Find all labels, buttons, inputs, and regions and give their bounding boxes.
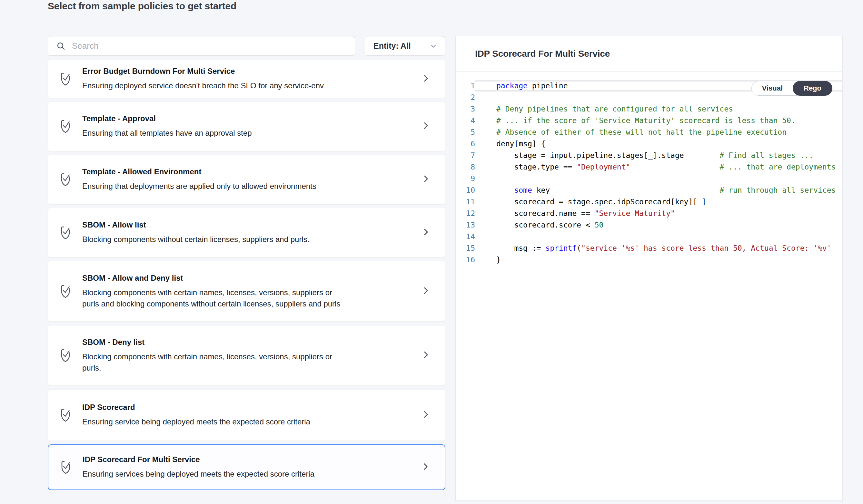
chevron-right-icon <box>421 121 430 131</box>
code-content: scorecard.score < 50 <box>475 219 842 231</box>
line-number: 10 <box>456 184 475 196</box>
chevron-right-icon <box>421 410 430 420</box>
chevron-down-icon <box>429 41 438 51</box>
chevron-right-icon <box>421 462 430 473</box>
code-line: 4 # ... if the score of 'Service Maturit… <box>456 115 842 126</box>
code-line: 16 } <box>456 254 842 266</box>
shield-check-icon <box>59 348 72 363</box>
shield-check-icon <box>59 460 72 475</box>
code-content: deny[msg] { <box>475 138 842 150</box>
policy-toolbar: Entity: All <box>48 36 445 56</box>
policy-title: Template - Allowed Environment <box>82 167 421 176</box>
code-content <box>475 173 842 184</box>
line-number: 13 <box>456 219 475 231</box>
policy-description: Blocking components with certain names, … <box>82 287 350 309</box>
search-box[interactable] <box>48 36 355 56</box>
line-number: 1 <box>456 80 475 91</box>
code-line: 11 scorecard = stage.spec.idpScorecard[k… <box>456 196 842 208</box>
policy-title: SBOM - Allow and Deny list <box>82 274 421 283</box>
code-content: stage.type == "Deployment" # ... that ar… <box>475 161 842 173</box>
policy-card[interactable]: SBOM - Allow and Deny list Blocking comp… <box>48 261 445 322</box>
page-title: Select from sample policies to get start… <box>48 0 236 12</box>
rego-code-viewer[interactable]: 1 package pipeline 2 3 # Deny pipelines … <box>456 72 842 500</box>
policy-card[interactable]: Error Budget Burndown For Multi Service … <box>48 60 445 98</box>
code-line: 10 some key # run through all services <box>456 184 842 196</box>
policy-title: SBOM - Allow list <box>82 220 421 230</box>
policy-card[interactable]: SBOM - Allow list Blocking components wi… <box>48 208 445 258</box>
policy-description: Ensuring that deployments are applied on… <box>82 180 350 192</box>
code-line: 8 stage.type == "Deployment" # ... that … <box>456 161 842 173</box>
policy-description: Ensuring that all templates have an appr… <box>82 127 350 139</box>
line-number: 11 <box>456 196 475 208</box>
code-line: 12 scorecard.name == "Service Maturity" <box>456 208 842 219</box>
policy-title: Error Budget Burndown For Multi Service <box>82 67 421 76</box>
policy-detail-panel: IDP Scorecard For Multi Service 1 packag… <box>455 36 843 501</box>
code-content: # Absence of either of these will not ha… <box>475 126 842 138</box>
line-number: 12 <box>456 208 475 219</box>
policy-description: Blocking components with certain names, … <box>82 351 350 374</box>
detail-header: IDP Scorecard For Multi Service <box>456 36 842 72</box>
detail-title: IDP Scorecard For Multi Service <box>475 49 610 59</box>
code-content <box>475 231 842 242</box>
line-number: 7 <box>456 150 475 161</box>
toggle-visual-button[interactable]: Visual <box>752 81 793 95</box>
shield-check-icon <box>59 71 72 87</box>
policy-card-text: IDP Scorecard Ensuring service being dep… <box>82 403 421 427</box>
line-number: 16 <box>456 254 475 266</box>
shield-check-icon <box>59 225 72 241</box>
line-number: 6 <box>456 138 475 150</box>
code-content: msg := sprintf("service '%s' has score l… <box>475 242 842 254</box>
line-number: 8 <box>456 161 475 173</box>
policy-title: IDP Scorecard For Multi Service <box>83 455 421 464</box>
entity-filter-label: Entity: All <box>373 41 411 51</box>
policy-card-text: SBOM - Allow and Deny list Blocking comp… <box>82 274 421 309</box>
entity-filter-dropdown[interactable]: Entity: All <box>364 36 445 56</box>
policy-card[interactable]: IDP Scorecard Ensuring service being dep… <box>48 389 445 441</box>
policy-title: IDP Scorecard <box>82 403 421 412</box>
chevron-right-icon <box>421 175 430 185</box>
policy-card-text: SBOM - Allow list Blocking components wi… <box>82 220 421 245</box>
chevron-right-icon <box>421 350 430 361</box>
policy-description: Ensuring service being deployed meets th… <box>82 416 350 427</box>
search-input[interactable] <box>72 41 355 51</box>
policy-card[interactable]: Template - Allowed Environment Ensuring … <box>48 155 445 204</box>
code-line: 14 <box>456 231 842 242</box>
shield-check-icon <box>59 119 72 134</box>
line-number: 5 <box>456 126 475 138</box>
code-content: scorecard.name == "Service Maturity" <box>475 208 842 219</box>
policy-card[interactable]: SBOM - Deny list Blocking components wit… <box>48 325 445 386</box>
policy-card[interactable]: Template - Approval Ensuring that all te… <box>48 102 445 151</box>
line-number: 15 <box>456 242 475 254</box>
code-line: 5 # Absence of either of these will not … <box>456 126 842 138</box>
line-number: 4 <box>456 115 475 126</box>
line-number: 2 <box>456 91 475 103</box>
visual-rego-toggle: Visual Rego <box>751 81 833 96</box>
policy-card[interactable]: IDP Scorecard For Multi Service Ensuring… <box>48 444 445 490</box>
policy-card-text: SBOM - Deny list Blocking components wit… <box>82 338 421 374</box>
code-content: } <box>475 254 842 266</box>
chevron-right-icon <box>421 74 430 84</box>
policy-card-text: IDP Scorecard For Multi Service Ensuring… <box>83 455 421 479</box>
line-number: 3 <box>456 103 475 115</box>
code-line: 6 deny[msg] { <box>456 138 842 150</box>
chevron-right-icon <box>421 228 430 238</box>
policy-description: Ensuring deployed service doesn't breach… <box>82 80 350 91</box>
shield-check-icon <box>59 407 72 423</box>
chevron-right-icon <box>421 286 430 296</box>
code-content: some key # run through all services <box>475 184 842 196</box>
code-content: stage = input.pipeline.stages[_].stage #… <box>475 150 842 161</box>
code-line: 3 # Deny pipelines that are configured f… <box>456 103 842 115</box>
policy-title: SBOM - Deny list <box>82 338 421 347</box>
policy-list: Error Budget Burndown For Multi Service … <box>48 60 445 490</box>
policy-description: Ensuring services being deployed meets t… <box>83 468 350 479</box>
code-line: 13 scorecard.score < 50 <box>456 219 842 231</box>
shield-check-icon <box>59 172 72 187</box>
policy-card-text: Error Budget Burndown For Multi Service … <box>82 67 421 91</box>
code-line: 9 <box>456 173 842 184</box>
code-content: scorecard = stage.spec.idpScorecard[key]… <box>475 196 842 208</box>
code-content: # Deny pipelines that are configured for… <box>475 103 842 115</box>
shield-check-icon <box>59 284 72 299</box>
policy-description: Blocking components without certain lice… <box>82 234 350 245</box>
toggle-rego-button[interactable]: Rego <box>793 81 833 96</box>
search-icon <box>56 41 66 51</box>
